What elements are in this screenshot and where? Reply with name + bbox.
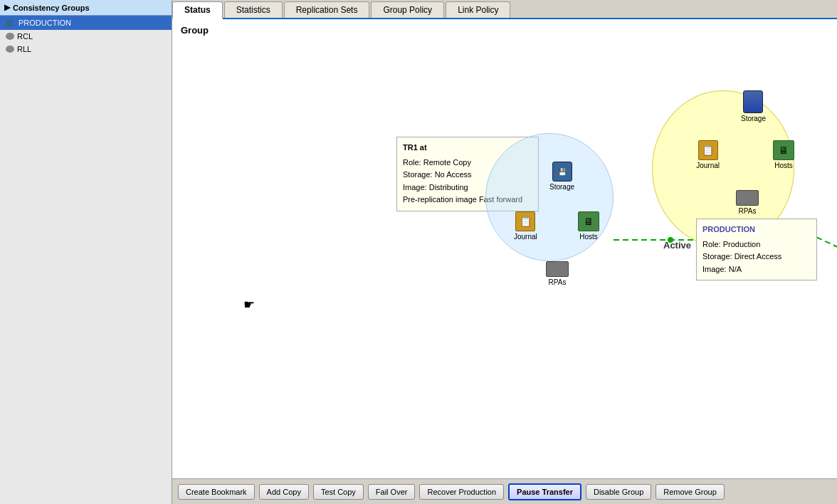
prod-hosts-icon: 🖥 [773, 140, 794, 160]
main-content: Status Statistics Replication Sets Group… [172, 0, 837, 504]
create-bookmark-button[interactable]: Create Bookmark [178, 484, 255, 500]
prod-storage-label: Storage [741, 115, 766, 122]
prod-journal: 📋 Journal [696, 140, 720, 169]
sidebar-item-group2[interactable]: RCL [0, 30, 172, 43]
remote-storage-icon: 💾 [552, 162, 572, 182]
prod-journal-icon: 📋 [698, 140, 718, 160]
tab-group-policy[interactable]: Group Policy [371, 1, 444, 18]
tab-status[interactable]: Status [172, 1, 223, 19]
tab-replication-sets[interactable]: Replication Sets [284, 1, 370, 18]
prod-rpas-label: RPAs [739, 207, 757, 215]
prod-journal-label: Journal [696, 162, 720, 169]
recover-production-button[interactable]: Recover Production [419, 484, 504, 500]
disk-icon2 [6, 46, 14, 53]
folder-icon: ▶ [4, 3, 10, 12]
prod-hosts: 🖥 Hosts [773, 140, 794, 169]
sidebar-title: ▶ Consistency Groups [0, 0, 172, 16]
remote-rpas-icon [546, 261, 569, 277]
sidebar-item-label: RCL [17, 32, 33, 41]
active-label: Active [663, 240, 691, 251]
remote-hosts: 🖥 Hosts [578, 211, 599, 241]
prod-rpas: RPAs [736, 190, 759, 215]
group-label: Group [181, 25, 209, 36]
remote-journal: 📋 Journal [514, 211, 537, 241]
pause-transfer-button[interactable]: Pause Transfer [508, 483, 581, 500]
tooltip-prod: PRODUCTION Role: Production Storage: Dir… [696, 219, 817, 280]
prod-rpas-icon [736, 190, 759, 206]
remove-group-button[interactable]: Remove Group [656, 484, 725, 500]
remote-journal-icon: 📋 [515, 211, 535, 231]
prod-role: Role: Production [702, 238, 811, 251]
prod-storage: Storage [741, 90, 766, 122]
remote-hosts-label: Hosts [579, 233, 598, 241]
disable-group-button[interactable]: Disable Group [586, 484, 651, 500]
sidebar-item-group1[interactable]: PRODUCTION [0, 16, 172, 30]
tab-link-policy[interactable]: Link Policy [446, 1, 510, 18]
remote-storage: 💾 Storage [549, 162, 574, 191]
group-icon [6, 19, 13, 26]
add-copy-button[interactable]: Add Copy [259, 484, 309, 500]
sidebar-item-label: PRODUCTION [16, 18, 74, 28]
tab-statistics[interactable]: Statistics [224, 1, 283, 18]
prod-storage-text: Storage: Direct Access [702, 251, 811, 263]
prod-hosts-label: Hosts [774, 162, 793, 169]
remote-cluster [485, 133, 614, 261]
sidebar-item-group3[interactable]: RLL [0, 43, 172, 56]
cursor-indicator: ☛ [243, 297, 255, 313]
sidebar: ▶ Consistency Groups PRODUCTION RCL RLL [0, 0, 172, 504]
sidebar-item-label: RLL [17, 45, 31, 53]
prod-title: PRODUCTION [702, 224, 811, 236]
disk-icon [6, 33, 14, 40]
remote-rpas: RPAs [546, 261, 569, 286]
toolbar: Create Bookmark Add Copy Test Copy Fail … [172, 478, 837, 504]
prod-image: Image: N/A [702, 263, 811, 276]
test-copy-button[interactable]: Test Copy [313, 484, 364, 500]
remote-storage-label: Storage [549, 183, 574, 191]
remote-rpas-label: RPAs [549, 278, 567, 286]
remote-journal-label: Journal [514, 233, 537, 241]
remote-hosts-icon: 🖥 [578, 211, 599, 231]
tab-bar: Status Statistics Replication Sets Group… [172, 0, 837, 19]
diagram-area: Group TR1 at Role: Remote Copy Storage: … [172, 19, 837, 478]
prod-storage-icon [743, 90, 763, 113]
fail-over-button[interactable]: Fail Over [368, 484, 416, 500]
